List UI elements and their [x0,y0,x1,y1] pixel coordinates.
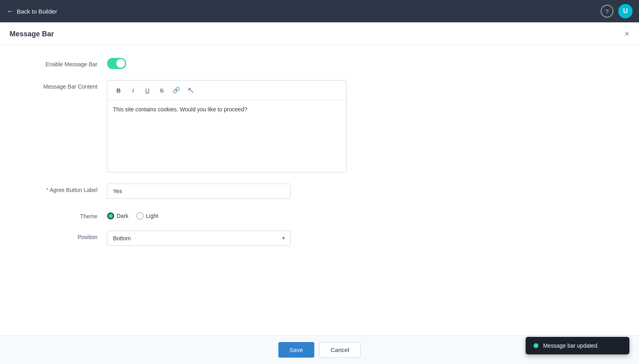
top-nav: ← Back to Builder ? U [0,0,639,22]
help-icon: ? [605,8,609,15]
toggle-track [107,58,126,69]
theme-light-option[interactable]: Light [137,212,158,220]
theme-dark-radio[interactable] [107,212,114,220]
agree-button-label-row: Agree Button Label [19,184,620,199]
panel-title: Message Bar [10,30,54,38]
position-select-wrapper: Bottom Top ▼ [107,231,291,246]
editor-toolbar: B I U S 🔗 ⛏ [107,81,346,100]
unlink-button[interactable]: ⛏ [184,84,197,97]
panel-body: Enable Message Bar Message Bar Content B… [0,45,639,335]
back-to-builder-button[interactable]: ← Back to Builder [6,7,57,16]
message-bar-content-label: Message Bar Content [19,80,107,90]
agree-button-label-text: Agree Button Label [19,184,107,193]
enable-toggle[interactable] [107,58,347,69]
message-bar-panel: Message Bar × Enable Message Bar Message… [0,22,639,364]
message-bar-content-row: Message Bar Content B I U S 🔗 ⛏ This sit… [19,80,620,172]
help-button[interactable]: ? [601,5,613,18]
theme-dark-option[interactable]: Dark [107,212,129,220]
back-arrow-icon: ← [6,7,14,16]
theme-options: Dark Light [107,210,347,220]
back-button-label: Back to Builder [17,8,57,15]
theme-row: Theme Dark Light [19,210,620,220]
enable-toggle-container [107,58,347,69]
close-button[interactable]: × [624,30,629,38]
panel-header: Message Bar × [0,22,639,45]
bold-button[interactable]: B [112,84,125,97]
link-button[interactable]: 🔗 [170,84,183,97]
position-select[interactable]: Bottom Top [107,231,291,246]
underline-button[interactable]: U [141,84,154,97]
theme-label: Theme [19,210,107,220]
save-button[interactable]: Save [278,342,314,358]
theme-light-radio[interactable] [137,212,144,220]
theme-radio-group: Dark Light [107,212,347,220]
agree-button-input-container [107,184,347,199]
rich-text-editor: B I U S 🔗 ⛏ This site contains cookies. … [107,80,347,172]
position-select-container: Bottom Top ▼ [107,231,347,246]
toggle-thumb [116,59,125,68]
position-label: Position [19,231,107,240]
italic-button[interactable]: I [127,84,139,97]
editor-wrapper: B I U S 🔗 ⛏ This site contains cookies. … [107,80,347,172]
cancel-button[interactable]: Cancel [319,342,361,358]
theme-light-label: Light [146,213,158,219]
agree-button-input[interactable] [107,184,291,199]
avatar[interactable]: U [618,4,633,18]
nav-right: ? U [601,4,633,18]
toast-message: Message bar updated. [543,342,599,349]
enable-message-bar-label: Enable Message Bar [19,58,107,67]
theme-dark-label: Dark [117,213,129,219]
editor-content[interactable]: This site contains cookies. Would you li… [107,100,346,172]
strikethrough-button[interactable]: S [155,84,168,97]
enable-message-bar-row: Enable Message Bar [19,58,620,69]
position-row: Position Bottom Top ▼ [19,231,620,246]
toast-status-dot [534,343,538,348]
toast-notification: Message bar updated. [526,337,629,354]
